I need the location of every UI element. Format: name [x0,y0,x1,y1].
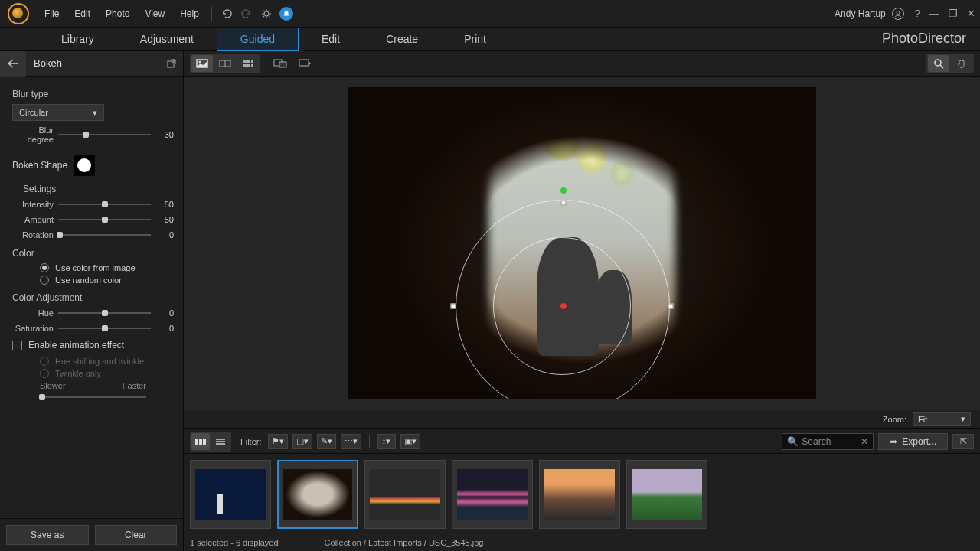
thumbnail-5[interactable] [539,460,620,529]
enable-animation-checkbox[interactable]: Enable animation effect [12,340,174,350]
svg-rect-17 [247,60,250,63]
filter-label: Filter: [240,437,262,446]
svg-rect-31 [203,439,206,445]
svg-rect-20 [247,64,250,67]
bokeh-shape-label: Bokeh Shape [12,160,67,171]
rotation-value: 0 [155,230,174,240]
filmstrip-view-icon[interactable] [191,433,210,450]
zoom-label: Zoom: [883,415,906,424]
thumbnail-1[interactable] [190,460,271,529]
use-random-color-radio[interactable]: Use random color [40,276,174,285]
tab-library[interactable]: Library [38,28,117,50]
user-name: Andy Hartup [835,8,886,19]
amount-slider[interactable] [58,214,151,225]
saturation-slider[interactable] [58,323,151,334]
share-icon[interactable]: ⇱ [952,434,974,449]
single-view-icon[interactable] [191,55,213,72]
saturation-label: Saturation [12,324,54,333]
bokeh-center-handle[interactable] [560,303,567,309]
user-avatar-icon[interactable] [892,8,904,20]
export-icon: ➦ [890,436,897,447]
tab-adjustment[interactable]: Adjustment [117,28,217,50]
search-input[interactable]: 🔍Search✕ [782,433,874,450]
zoom-dropdown[interactable]: Fit▾ [913,412,971,426]
bokeh-resize-handle-right[interactable] [668,303,674,308]
svg-point-0 [264,11,269,16]
bokeh-resize-handle-left[interactable] [450,303,456,308]
svg-rect-19 [243,64,247,67]
intensity-slider[interactable] [58,199,151,210]
filter-more-icon[interactable]: ⋯▾ [341,434,361,449]
secondary-monitor-icon[interactable] [270,55,291,72]
hand-tool-icon[interactable] [951,55,972,72]
slideshow-icon[interactable] [294,55,315,72]
svg-rect-16 [243,60,247,63]
hue-value: 0 [155,308,174,318]
filter-flag-icon[interactable]: ⚑▾ [268,434,288,449]
settings-label: Settings [23,184,174,194]
filter-edit-icon[interactable]: ✎▾ [317,434,336,449]
compare-view-icon[interactable] [214,55,236,72]
menu-help[interactable]: Help [172,5,207,22]
animation-speed-slider [40,392,146,403]
sort-icon[interactable]: ↕▾ [377,434,396,449]
stack-icon[interactable]: ▣▾ [400,434,420,449]
menu-edit[interactable]: Edit [67,5,98,22]
save-as-button[interactable]: Save as [6,525,89,545]
menu-file[interactable]: File [37,5,67,22]
export-button[interactable]: ➦Export... [878,433,948,450]
tab-print[interactable]: Print [441,28,509,50]
svg-line-28 [940,65,943,68]
notifications-icon[interactable] [279,7,293,21]
svg-point-13 [199,60,201,63]
thumbnail-4[interactable] [452,460,533,529]
blur-degree-value: 30 [155,130,174,139]
chevron-down-icon: ▾ [961,414,965,424]
clear-search-icon[interactable]: ✕ [861,436,868,447]
tab-create[interactable]: Create [363,28,441,50]
svg-point-9 [897,11,900,14]
settings-gear-icon[interactable] [260,7,273,21]
blur-type-dropdown[interactable]: Circular▾ [12,104,104,121]
bokeh-rotate-handle[interactable] [560,187,567,194]
hue-slider[interactable] [58,308,151,318]
undo-icon[interactable] [220,7,234,21]
bokeh-shape-selector[interactable] [74,155,95,176]
svg-point-27 [935,60,941,66]
zoom-tool-icon[interactable] [928,55,949,72]
photo-preview[interactable] [348,87,816,399]
svg-line-8 [269,10,270,11]
back-button[interactable] [0,51,26,77]
bokeh-resize-handle-top[interactable] [560,200,566,205]
close-icon[interactable]: ✕ [967,8,975,19]
menu-photo[interactable]: Photo [98,5,137,22]
maximize-icon[interactable]: ❐ [949,8,958,19]
list-view-icon[interactable] [211,433,230,450]
svg-line-5 [263,10,264,11]
popout-icon[interactable] [165,57,178,70]
svg-line-7 [263,15,264,16]
blur-degree-slider[interactable] [58,129,151,140]
filter-label-icon[interactable]: ▢▾ [292,434,312,449]
intensity-label: Intensity [12,200,54,209]
clear-button[interactable]: Clear [95,525,178,545]
redo-icon[interactable] [240,7,253,21]
thumbnail-2[interactable] [277,460,358,529]
slower-label: Slower [40,381,66,390]
tab-edit[interactable]: Edit [299,28,363,50]
svg-rect-21 [251,64,253,67]
rotation-slider[interactable] [58,230,151,240]
amount-value: 50 [155,215,174,224]
grid-view-icon[interactable] [237,55,259,72]
thumbnail-6[interactable] [626,460,707,529]
canvas-viewport[interactable] [184,77,980,410]
menu-view[interactable]: View [137,5,172,22]
use-image-color-radio[interactable]: Use color from image [40,263,174,272]
thumbnail-3[interactable] [364,460,446,529]
circle-shape-icon [77,158,91,172]
help-icon[interactable]: ? [915,8,920,19]
tab-guided[interactable]: Guided [217,28,299,51]
hue-twinkle-radio: Hue shifting and twinkle [40,357,174,366]
minimize-icon[interactable]: — [929,8,939,19]
intensity-value: 50 [155,200,174,209]
